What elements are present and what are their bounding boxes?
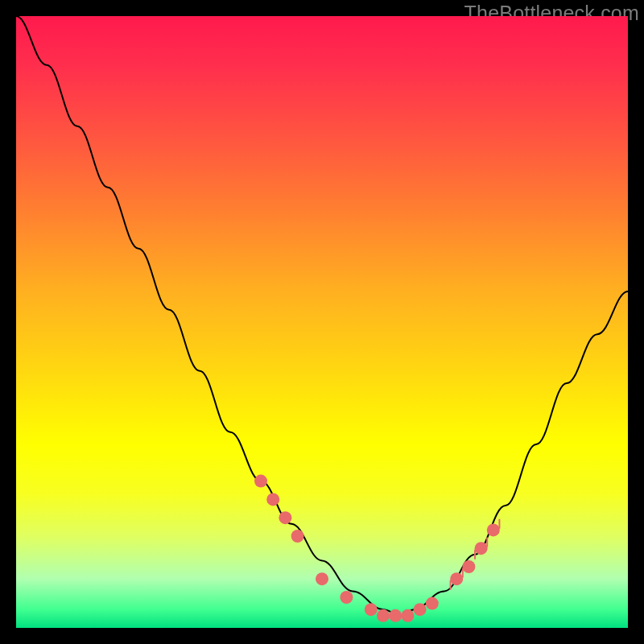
highlight-dots [254, 475, 500, 622]
marker-dot [487, 523, 500, 536]
chart-container: TheBottleneck.com [0, 0, 644, 644]
marker-dot [340, 591, 353, 604]
marker-dot [266, 493, 279, 506]
marker-dot [279, 511, 291, 524]
marker-dot [426, 597, 439, 610]
marker-dot [462, 560, 475, 573]
marker-dot [389, 609, 402, 622]
marker-dot [475, 542, 488, 555]
marker-dot [365, 603, 378, 616]
marker-dot [414, 603, 427, 616]
marker-dot [291, 530, 304, 543]
marker-dot [377, 609, 390, 622]
bottleneck-curve [16, 16, 628, 616]
marker-dot [401, 609, 414, 622]
marker-dot [316, 572, 328, 585]
marker-dot [450, 572, 463, 585]
marker-dot [254, 475, 267, 488]
chart-svg [16, 16, 628, 628]
plot-area [16, 16, 628, 628]
